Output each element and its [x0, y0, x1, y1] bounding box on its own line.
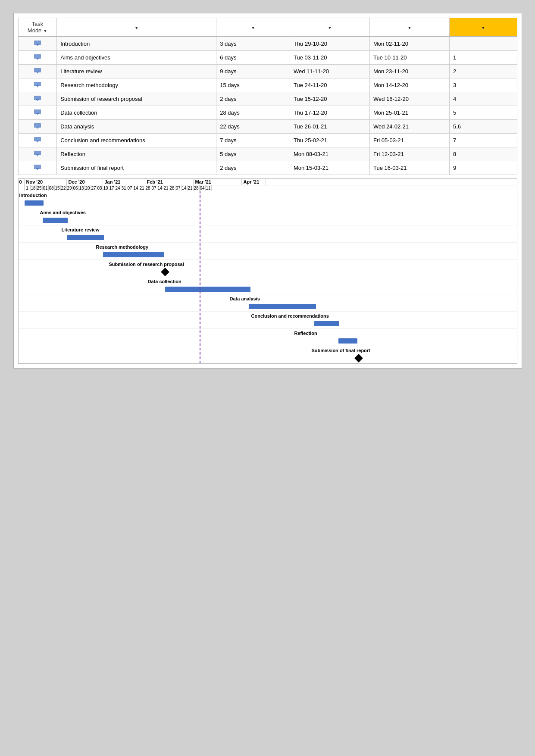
- task-finish-cell: Mon 14-12-20: [369, 78, 449, 92]
- day-label: 21: [163, 185, 169, 191]
- chart-label-lit: Literature review: [62, 227, 100, 232]
- task-duration-cell: 9 days: [216, 65, 290, 78]
- bar-connector-intro: [40, 200, 44, 206]
- task-start-cell: Tue 15-12-20: [290, 92, 369, 106]
- col-finish[interactable]: ▼: [369, 18, 449, 37]
- svg-rect-28: [36, 168, 39, 169]
- dropdown-icon[interactable]: ▼: [135, 25, 139, 30]
- day-label: 22: [61, 185, 67, 191]
- svg-rect-1: [36, 44, 39, 45]
- bar-datacollect: [165, 287, 250, 292]
- bar-conclusion: [314, 321, 338, 326]
- chart-label-datacollect: Data collection: [148, 279, 181, 284]
- task-duration-cell: 6 days: [216, 51, 290, 65]
- day-label: 14: [181, 185, 188, 191]
- task-start-cell: Tue 24-11-20: [290, 78, 369, 92]
- bar-lit: [67, 235, 103, 240]
- task-mode-icon: [33, 81, 42, 88]
- dropdown-icon[interactable]: ▼: [43, 28, 47, 33]
- month-feb21: Feb '21: [145, 179, 194, 185]
- task-mode-cell: [18, 120, 57, 134]
- chart-label-dataanalysis: Data analysis: [230, 296, 260, 301]
- task-predecessors-cell: 1: [449, 51, 517, 65]
- svg-rect-19: [36, 127, 39, 128]
- col-duration[interactable]: ▼: [216, 18, 290, 37]
- task-finish-cell: Fri 05-03-21: [369, 134, 449, 147]
- task-duration-cell: 15 days: [216, 78, 290, 92]
- table-header-row: TaskMode ▼ ▼ ▼ ▼ ▼: [18, 18, 517, 37]
- connector-reflection: [354, 338, 357, 344]
- col-predecessors[interactable]: ▼: [449, 18, 517, 37]
- task-mode-icon: [33, 53, 42, 60]
- svg-rect-25: [36, 154, 39, 155]
- task-start-cell: Mon 15-03-21: [290, 161, 369, 175]
- task-name-cell: Conclusion and recommendations: [57, 134, 216, 147]
- task-start-cell: Wed 11-11-20: [290, 65, 369, 78]
- day-label: 28: [169, 185, 175, 191]
- svg-marker-26: [37, 155, 38, 156]
- task-mode-icon: [33, 95, 42, 102]
- table-row: Submission of final report2 daysMon 15-0…: [18, 161, 517, 175]
- task-name-cell: Submission of final report: [57, 161, 216, 175]
- task-mode-cell: [18, 92, 57, 106]
- dropdown-icon[interactable]: ▼: [251, 25, 255, 30]
- chart-label-conclusion: Conclusion and recommendations: [251, 313, 329, 319]
- task-mode-icon: [33, 67, 42, 74]
- table-row: Data collection28 daysThu 17-12-20Mon 25…: [18, 106, 517, 120]
- day-label: 18: [31, 185, 37, 191]
- svg-marker-29: [37, 169, 38, 170]
- table-row: Aims and objectives6 daysTue 03-11-20Tue…: [18, 51, 517, 65]
- day-label: 01: [43, 185, 49, 191]
- dropdown-icon[interactable]: ▼: [328, 25, 332, 30]
- chart-label-reflection: Reflection: [294, 331, 317, 336]
- day-label: 03: [97, 185, 103, 191]
- dropdown-icon[interactable]: ▼: [481, 25, 485, 30]
- col-task-mode[interactable]: TaskMode ▼: [18, 18, 57, 37]
- chart-row-introduction: Introduction: [19, 191, 517, 208]
- task-name-cell: Aims and objectives: [57, 51, 216, 65]
- task-name-cell: Literature review: [57, 65, 216, 78]
- dropdown-icon[interactable]: ▼: [407, 25, 412, 30]
- svg-rect-16: [36, 113, 39, 114]
- task-mode-cell: [18, 51, 57, 65]
- connector-research: [161, 252, 164, 257]
- gantt-chart: 0 Nov '20 Dec '20 Jan '21 Feb '21 Mar '2…: [18, 178, 517, 364]
- svg-marker-14: [37, 100, 38, 101]
- chart-row-research: Research methodology: [19, 243, 517, 260]
- day-label: 08: [49, 185, 55, 191]
- day-label: 27: [91, 185, 97, 191]
- day-label: 11: [206, 185, 212, 191]
- day-label: 21: [188, 185, 194, 191]
- month-mar21: Mar '21: [194, 179, 242, 185]
- task-duration-cell: 5 days: [216, 147, 290, 161]
- svg-rect-10: [36, 85, 39, 86]
- day-label: 28: [194, 185, 200, 191]
- task-predecessors-cell: 7: [449, 134, 517, 147]
- chart-row-finalreport: Submission of final report: [19, 346, 517, 363]
- svg-marker-20: [37, 128, 38, 129]
- table-row: Literature review9 daysWed 11-11-20Mon 2…: [18, 65, 517, 78]
- task-start-cell: Mon 08-03-21: [290, 147, 369, 161]
- task-duration-cell: 7 days: [216, 134, 290, 147]
- task-duration-cell: 22 days: [216, 120, 290, 134]
- milestone-finalreport: [354, 354, 363, 362]
- day-label: 06: [73, 185, 79, 191]
- col-start[interactable]: ▼: [290, 18, 369, 37]
- connector-conclusion: [336, 321, 339, 326]
- table-row: Research methodology15 daysTue 24-11-20M…: [18, 78, 517, 92]
- day-label: 25: [37, 185, 43, 191]
- col-task-name[interactable]: ▼: [57, 18, 216, 37]
- svg-rect-22: [36, 141, 39, 141]
- chart-label-finalreport: Submission of final report: [312, 348, 370, 353]
- task-mode-icon: [33, 122, 42, 129]
- chart-label-research: Research methodology: [96, 244, 149, 250]
- task-name-cell: Introduction: [57, 37, 216, 51]
- svg-marker-11: [37, 86, 38, 87]
- month-nov20: Nov '20: [25, 179, 67, 185]
- task-finish-cell: Mon 25-01-21: [369, 106, 449, 120]
- task-mode-cell: [18, 65, 57, 78]
- task-name-cell: Submission of research proposal: [57, 92, 216, 106]
- day-label: 15: [55, 185, 61, 191]
- svg-marker-5: [37, 59, 38, 60]
- chart-row-lit: Literature review: [19, 225, 517, 243]
